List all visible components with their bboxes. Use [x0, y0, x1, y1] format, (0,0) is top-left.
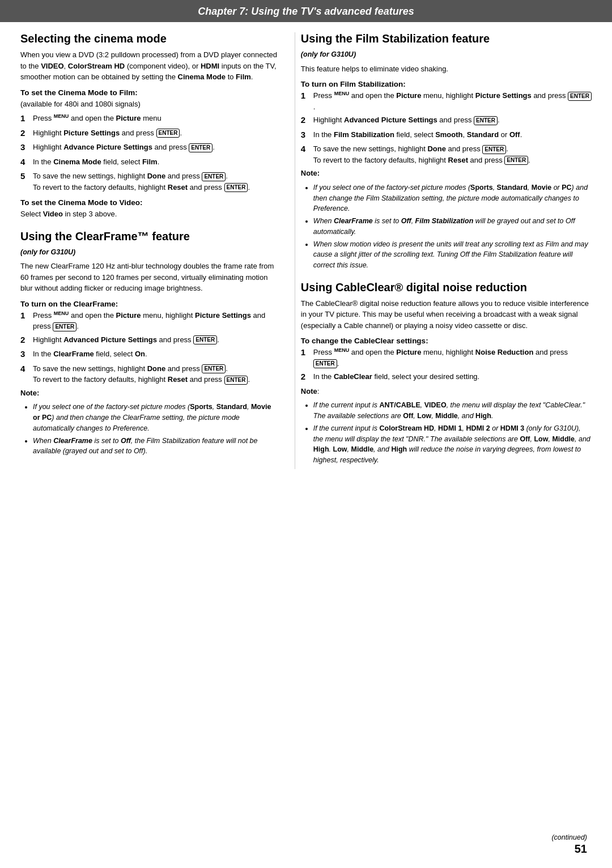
enter-icon: ENTER	[504, 156, 528, 165]
enter-icon: ENTER	[482, 145, 506, 154]
cinema-video-heading: To set the Cinema Mode to Video:	[20, 198, 279, 207]
cc-note-label: Note:	[301, 386, 592, 397]
enter-icon: ENTER	[53, 322, 76, 331]
film-stab-intro: This feature helps to eliminate video sh…	[301, 63, 592, 75]
enter-icon: ENTER	[193, 335, 217, 344]
clearframe-intro: The new ClearFrame 120 Hz anti-blur tech…	[20, 261, 279, 294]
step-3: Highlight Advance Picture Settings and p…	[20, 142, 279, 154]
fs-note-2: When ClearFrame is set to Off, Film Stab…	[313, 216, 592, 237]
cinema-film-steps: Press MENU and open the Picture menu Hig…	[20, 113, 279, 193]
enter-icon: ENTER	[224, 183, 248, 192]
fs-step-3: In the Film Stabilization field, select …	[301, 129, 592, 142]
cinema-video-text: Select Video in step 3 above.	[20, 209, 279, 220]
enter-icon: ENTER	[156, 129, 180, 138]
cableclear-settings-heading: To change the CableClear settings:	[301, 337, 592, 345]
film-stab-steps: Press MENU and open the Picture menu, hi…	[301, 90, 592, 165]
enter-icon: ENTER	[568, 92, 592, 101]
menu-label: MENU	[54, 310, 69, 316]
enter-icon: ENTER	[202, 364, 226, 373]
chapter-title: Chapter 7: Using the TV's advanced featu…	[198, 6, 414, 17]
enter-icon: ENTER	[474, 116, 498, 125]
fs-note-1: If you select one of the factory-set pic…	[313, 182, 592, 214]
cf-step-3: In the ClearFrame field, select On.	[20, 348, 279, 361]
cf-note-1: If you select one of the factory-set pic…	[33, 402, 279, 433]
fs-step-2: Highlight Advanced Picture Settings and …	[301, 114, 592, 127]
cinema-film-heading: To set the Cinema Mode to Film:	[20, 88, 279, 97]
continued-label: (continued)	[551, 833, 587, 841]
enter-icon: ENTER	[224, 376, 248, 385]
fs-step-4: To save the new settings, highlight Done…	[301, 143, 592, 165]
cinema-film-note: (available for 480i and 1080i signals)	[20, 99, 279, 110]
fs-step-1: Press MENU and open the Picture menu, hi…	[301, 90, 592, 112]
fs-note-label: Note:	[301, 168, 592, 179]
section-cinema-mode-heading: Selecting the cinema mode	[20, 32, 279, 45]
cableclear-steps: Press MENU and open the Picture menu, hi…	[301, 347, 592, 384]
cableclear-intro: The CableClear® digital noise reduction …	[301, 298, 592, 331]
cableclear-heading: Using CableClear® digital noise reductio…	[301, 281, 592, 294]
enter-icon: ENTER	[189, 143, 212, 152]
menu-label: MENU	[54, 113, 69, 119]
cc-note-2: If the current input is ColorStream HD, …	[313, 423, 592, 466]
cc-note-1: If the current input is ANT/CABLE, VIDEO…	[313, 400, 592, 422]
cf-step-2: Highlight Advanced Picture Settings and …	[20, 334, 279, 347]
main-content: Selecting the cinema mode When you view …	[0, 32, 612, 480]
cinema-mode-intro: When you view a DVD (3:2 pulldown proces…	[20, 49, 279, 83]
film-stab-heading: Using the Film Stabilization feature	[301, 32, 592, 45]
step-4: In the Cinema Mode field, select Film.	[20, 156, 279, 169]
menu-label: MENU	[334, 91, 350, 96]
step-2: Highlight Picture Settings and press ENT…	[20, 127, 279, 140]
cc-step-2: In the CableClear field, select your des…	[301, 371, 592, 384]
menu-label: MENU	[334, 347, 350, 353]
clearframe-turn-on-heading: To turn on the ClearFrame:	[20, 300, 279, 308]
right-column: Using the Film Stabilization feature (on…	[295, 32, 592, 469]
enter-icon: ENTER	[202, 172, 226, 181]
step-5: To save the new settings, highlight Done…	[20, 171, 279, 193]
enter-icon: ENTER	[313, 359, 337, 368]
film-stab-only-label: (only for G310U)	[301, 49, 592, 60]
step-1: Press MENU and open the Picture menu	[20, 113, 279, 125]
cc-step-1: Press MENU and open the Picture menu, hi…	[301, 347, 592, 369]
left-column: Selecting the cinema mode When you view …	[20, 32, 295, 469]
cc-notes: If the current input is ANT/CABLE, VIDEO…	[301, 400, 592, 466]
clearframe-heading: Using the ClearFrame™ feature	[20, 230, 279, 243]
film-stab-turn-on-heading: To turn on Film Stabilization:	[301, 80, 592, 88]
chapter-header: Chapter 7: Using the TV's advanced featu…	[0, 0, 612, 22]
fs-note-3: When slow motion video is present the un…	[313, 239, 592, 271]
cf-step-1: Press MENU and open the Picture menu, hi…	[20, 310, 279, 332]
cf-step-4: To save the new settings, highlight Done…	[20, 363, 279, 385]
cf-notes: If you select one of the factory-set pic…	[20, 402, 279, 457]
clearframe-steps: Press MENU and open the Picture menu, hi…	[20, 310, 279, 385]
cf-note-2: When ClearFrame is set to Off, the Film …	[33, 436, 279, 457]
page: Chapter 7: Using the TV's advanced featu…	[0, 0, 612, 868]
cf-note-label: Note:	[20, 388, 279, 399]
clearframe-only-label: (only for G310U)	[20, 247, 279, 258]
fs-notes: If you select one of the factory-set pic…	[301, 182, 592, 271]
page-number: 51	[575, 843, 587, 856]
